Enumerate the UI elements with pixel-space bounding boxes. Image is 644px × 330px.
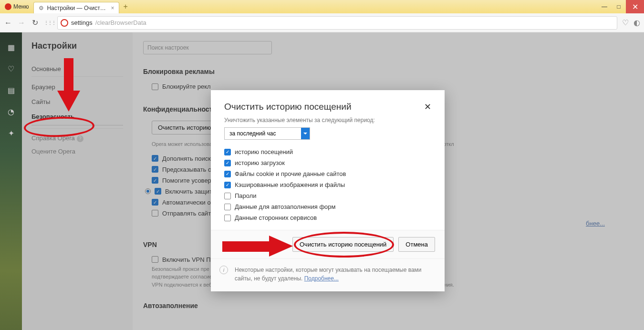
heart-icon[interactable]: ♡ bbox=[622, 18, 629, 27]
browser-tab[interactable]: ⚙ Настройки — Очистить и × bbox=[33, 2, 119, 13]
gear-icon: ⚙ bbox=[39, 5, 44, 11]
checkbox-icon[interactable] bbox=[224, 193, 231, 199]
option-label: Данные для автозаполнения форм bbox=[235, 203, 336, 210]
toolbar: ← → ↻ ⋮⋮⋮ settings/clearBrowserData ♡ ◐ bbox=[0, 13, 644, 32]
option-label: Файлы cookie и прочие данные сайтов bbox=[235, 170, 346, 177]
news-icon[interactable]: ▤ bbox=[8, 86, 15, 95]
option-label: Пароли bbox=[235, 192, 257, 199]
modal-info: i Некоторые настройки, которые могут ука… bbox=[211, 258, 445, 291]
extensions-icon[interactable]: ◐ bbox=[634, 18, 640, 27]
opera-icon bbox=[5, 3, 11, 10]
modal-option-row: Данные сторонних сервисов bbox=[224, 212, 431, 223]
svg-rect-0 bbox=[64, 58, 73, 92]
modal-info-link[interactable]: Подробнее... bbox=[304, 275, 339, 282]
nav-forward-icon[interactable]: → bbox=[17, 19, 26, 27]
svg-marker-1 bbox=[57, 91, 80, 112]
option-label: Кэшированные изображения и файлы bbox=[235, 181, 345, 188]
menu-label: Меню bbox=[13, 3, 29, 10]
modal-close-icon[interactable]: ✕ bbox=[424, 102, 431, 112]
svg-rect-2 bbox=[222, 241, 270, 252]
checkbox-icon[interactable] bbox=[224, 215, 231, 221]
clear-history-modal: Очистить историю посещений ✕ Уничтожить … bbox=[211, 90, 445, 291]
url-part2: /clearBrowserData bbox=[95, 19, 146, 26]
tab-title: Настройки — Очистить и bbox=[47, 5, 108, 11]
modal-option-row: Пароли bbox=[224, 190, 431, 201]
annotation-arrow-icon bbox=[222, 236, 294, 257]
left-rail: ▦ ♡ ▤ ◔ ✦ bbox=[0, 32, 22, 330]
nav-reload-icon[interactable]: ↻ bbox=[31, 18, 39, 27]
tab-close-icon[interactable]: × bbox=[111, 5, 114, 11]
annotation-arrow-icon bbox=[53, 58, 82, 115]
address-bar[interactable]: settings/clearBrowserData bbox=[57, 16, 617, 30]
checkbox-icon[interactable]: ✓ bbox=[224, 182, 231, 188]
new-tab-button[interactable]: + bbox=[123, 2, 127, 11]
time-range-select[interactable]: за последний час bbox=[224, 127, 310, 140]
info-icon: i bbox=[219, 266, 228, 274]
modal-option-row: Данные для автозаполнения форм bbox=[224, 201, 431, 212]
checkbox-icon[interactable] bbox=[224, 204, 231, 210]
speed-dial-icon[interactable]: ▦ bbox=[8, 43, 15, 52]
checkbox-icon[interactable]: ✓ bbox=[224, 160, 231, 166]
modal-option-row: ✓Кэшированные изображения и файлы bbox=[224, 179, 431, 190]
option-label: историю загрузок bbox=[235, 159, 285, 166]
modal-desc: Уничтожить указанные элементы за следующ… bbox=[224, 117, 431, 124]
window-maximize[interactable]: □ bbox=[612, 0, 626, 13]
titlebar: Меню ⚙ Настройки — Очистить и × + — □ ✕ bbox=[0, 0, 644, 13]
annotation-ellipse-icon bbox=[294, 232, 394, 258]
checkbox-icon[interactable]: ✓ bbox=[224, 149, 231, 155]
option-label: Данные сторонних сервисов bbox=[235, 214, 317, 221]
window-minimize[interactable]: — bbox=[597, 0, 612, 13]
bookmarks-icon[interactable]: ♡ bbox=[8, 64, 14, 73]
modal-option-row: ✓Файлы cookie и прочие данные сайтов bbox=[224, 168, 431, 179]
menu-button[interactable]: Меню bbox=[0, 0, 33, 13]
window-close[interactable]: ✕ bbox=[626, 0, 644, 13]
modal-option-row: ✓историю загрузок bbox=[224, 157, 431, 168]
nav-apps-icon[interactable]: ⋮⋮⋮ bbox=[44, 20, 52, 25]
opera-badge-icon bbox=[61, 19, 68, 27]
extensions-rail-icon[interactable]: ✦ bbox=[8, 129, 14, 138]
option-label: историю посещений bbox=[235, 148, 293, 155]
history-icon[interactable]: ◔ bbox=[8, 107, 14, 116]
modal-option-row: ✓историю посещений bbox=[224, 146, 431, 157]
checkbox-icon[interactable]: ✓ bbox=[224, 171, 231, 177]
nav-back-icon[interactable]: ← bbox=[4, 19, 12, 27]
modal-title: Очистить историю посещений bbox=[224, 102, 352, 112]
url-part1: settings bbox=[71, 19, 93, 26]
svg-marker-3 bbox=[269, 236, 293, 257]
modal-cancel-button[interactable]: Отмена bbox=[398, 237, 435, 252]
